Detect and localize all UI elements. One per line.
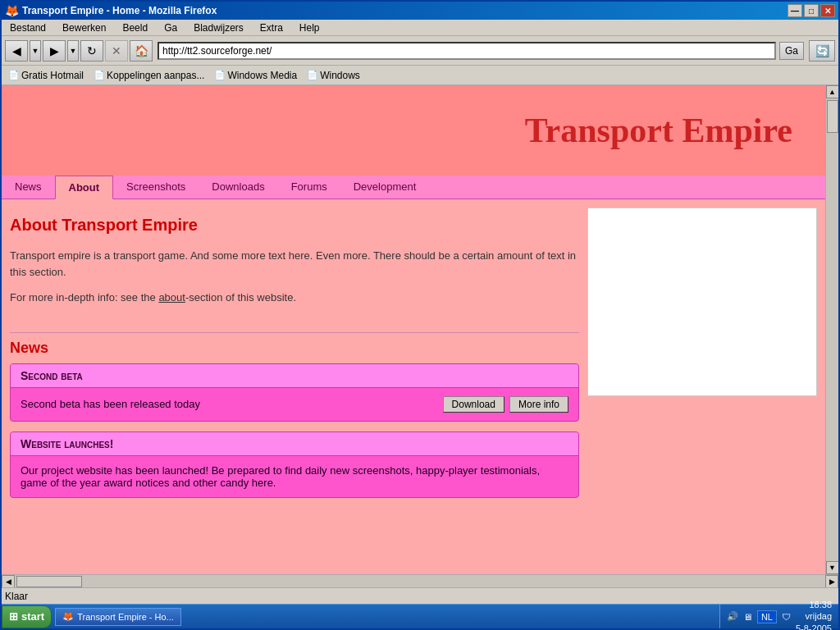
back-button[interactable]: ◀	[5, 40, 28, 62]
lang-indicator: NL	[757, 610, 777, 623]
bookmark-icon-3: 📄	[214, 70, 226, 80]
windows-logo: ⊞	[9, 610, 18, 623]
page-scroll[interactable]: Transport Empire News About Screenshots …	[2, 85, 825, 574]
news-card-1-body: Second beta has been released today Down…	[11, 388, 578, 421]
bookmark-icon-2: 📄	[94, 70, 105, 80]
bookmark-icon-1: 📄	[8, 70, 20, 80]
download-button[interactable]: Download	[443, 396, 504, 413]
toolbar: ◀ ▼ ▶ ▼ ↻ ✕ 🏠 Ga 🔄	[2, 36, 838, 66]
news-card-2: Website launches! Our project website ha…	[10, 431, 579, 498]
vertical-scrollbar: ▲ ▼	[825, 85, 838, 574]
start-button[interactable]: ⊞ start	[2, 605, 52, 628]
browser-icon: 🦊	[5, 4, 19, 17]
news-card-2-text: Our project website has been launched! B…	[21, 464, 540, 489]
menu-bewerken[interactable]: Bewerken	[57, 21, 111, 35]
home-button[interactable]: 🏠	[130, 40, 153, 62]
menu-bar: Bestand Bewerken Beeld Ga Bladwijzers Ex…	[2, 20, 838, 36]
website: Transport Empire News About Screenshots …	[2, 85, 825, 574]
tray-icon-3: 🛡	[782, 612, 791, 622]
bookmark-hotmail[interactable]: 📄 Gratis Hotmail	[5, 68, 87, 83]
window-title: Transport Empire - Home - Mozilla Firefo…	[22, 5, 217, 16]
content-area: Transport Empire News About Screenshots …	[2, 85, 838, 574]
site-main: About Transport Empire Transport empire …	[10, 208, 579, 508]
tray-day: vrijdag	[796, 610, 832, 622]
about-link[interactable]: about	[158, 291, 185, 304]
menu-help[interactable]: Help	[294, 21, 325, 35]
stop-button[interactable]: ✕	[105, 40, 128, 62]
menu-beeld[interactable]: Beeld	[117, 21, 153, 35]
scroll-down-button[interactable]: ▼	[826, 561, 839, 574]
about-heading: About Transport Empire	[10, 216, 579, 235]
news-card-2-body: Our project website has been launched! B…	[11, 456, 578, 497]
news-card-1-title: Second beta	[11, 364, 578, 388]
menu-extra[interactable]: Extra	[255, 21, 288, 35]
nav-development[interactable]: Development	[340, 176, 430, 199]
forward-button[interactable]: ▶	[43, 40, 66, 62]
nav-forums[interactable]: Forums	[278, 176, 340, 199]
sidebar-ad-box	[587, 208, 817, 396]
more-info-button[interactable]: More info	[509, 396, 568, 413]
minimize-button[interactable]: —	[788, 4, 802, 17]
taskbar: ⊞ start 🦊 Transport Empire - Ho... 🔊 🖥 N…	[2, 604, 838, 628]
menu-ga[interactable]: Ga	[159, 21, 182, 35]
bookmark-icon-4: 📄	[307, 70, 318, 80]
system-tray: 🔊 🖥 NL 🛡 18:38 vrijdag 5-8-2005	[719, 605, 838, 628]
about-para1: Transport empire is a transport game. An…	[10, 248, 579, 280]
nav-screenshots[interactable]: Screenshots	[113, 176, 199, 199]
news-card-1: Second beta Second beta has been release…	[10, 363, 579, 422]
status-text: Klaar	[5, 591, 28, 602]
menu-bladwijzers[interactable]: Bladwijzers	[189, 21, 249, 35]
tray-date: 5-8-2005	[796, 623, 832, 630]
site-nav: News About Screenshots Downloads Forums …	[2, 176, 825, 199]
maximize-button[interactable]: □	[804, 4, 819, 17]
tray-icon-1: 🔊	[727, 611, 738, 622]
status-bar: Klaar	[2, 587, 838, 604]
back-dropdown[interactable]: ▼	[30, 40, 41, 62]
nav-downloads[interactable]: Downloads	[199, 176, 277, 199]
title-bar: 🦊 Transport Empire - Home - Mozilla Fire…	[2, 2, 838, 20]
scroll-right-button[interactable]: ▶	[825, 575, 838, 588]
address-bar-container: Ga	[158, 42, 804, 60]
close-button[interactable]: ✕	[820, 4, 835, 17]
site-sidebar	[587, 208, 817, 508]
site-title: Transport Empire	[525, 111, 792, 150]
menu-bestand[interactable]: Bestand	[5, 21, 51, 35]
news-card-2-title: Website launches!	[11, 432, 578, 456]
about-para2: For more in-depth info: see the about-se…	[10, 290, 579, 306]
bookmark-windows-media[interactable]: 📄 Windows Media	[211, 68, 300, 83]
scroll-left-button[interactable]: ◀	[2, 575, 15, 588]
address-input[interactable]	[158, 42, 776, 60]
site-body: About Transport Empire Transport empire …	[2, 199, 825, 516]
scroll-up-button[interactable]: ▲	[826, 85, 839, 98]
title-buttons: — □ ✕	[788, 4, 835, 17]
reload-button[interactable]: ↻	[80, 40, 103, 62]
about-section: About Transport Empire Transport empire …	[10, 208, 579, 324]
scroll-h-thumb[interactable]	[16, 576, 82, 587]
news-heading: News	[10, 332, 579, 357]
tray-icon-2: 🖥	[743, 612, 752, 622]
taskbar-task-1[interactable]: 🦊 Transport Empire - Ho...	[55, 608, 181, 626]
forward-dropdown[interactable]: ▼	[67, 40, 79, 62]
news-card-1-text: Second beta has been released today	[21, 398, 200, 410]
browser-window: 🦊 Transport Empire - Home - Mozilla Fire…	[0, 0, 840, 630]
scroll-h-track[interactable]	[15, 575, 825, 587]
task-icon: 🦊	[62, 611, 74, 622]
site-header: Transport Empire	[2, 85, 825, 176]
bookmarks-bar: 📄 Gratis Hotmail 📄 Koppelingen aanpas...…	[2, 66, 838, 85]
go-button[interactable]: Ga	[779, 42, 804, 60]
bookmark-windows[interactable]: 📄 Windows	[304, 68, 363, 83]
scroll-track[interactable]	[826, 98, 838, 561]
tray-time: 18:38	[796, 599, 832, 610]
nav-about[interactable]: About	[55, 176, 114, 199]
news-card-1-actions: Download More info	[443, 396, 568, 413]
bookmark-koppelingen[interactable]: 📄 Koppelingen aanpas...	[90, 68, 208, 83]
horizontal-scrollbar: ◀ ▶	[2, 574, 838, 587]
tray-clock: 18:38 vrijdag 5-8-2005	[796, 599, 832, 630]
refresh-icon[interactable]: 🔄	[809, 40, 835, 62]
nav-news[interactable]: News	[2, 176, 55, 199]
scroll-thumb[interactable]	[827, 100, 838, 133]
